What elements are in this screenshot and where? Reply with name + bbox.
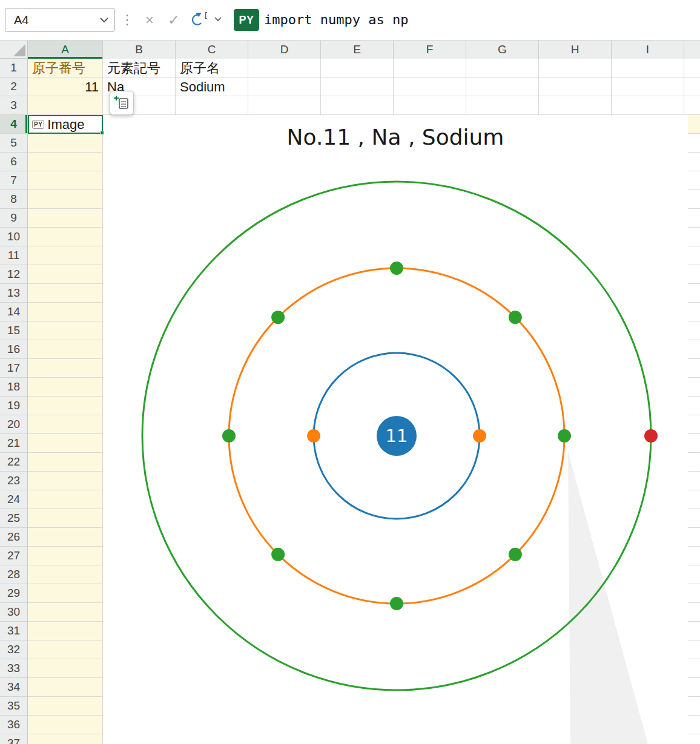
page-fold-decoration [568,452,648,744]
cell-B1[interactable]: 元素記号 [103,59,176,77]
row-header-32[interactable]: 32 [0,640,27,659]
row-header-8[interactable]: 8 [0,190,27,209]
row-header-31[interactable]: 31 [0,622,27,640]
row-header-28[interactable]: 28 [0,565,27,584]
python-image-output[interactable]: 11 No.11 , Na , Sodium [103,115,688,744]
row-header-13[interactable]: 13 [0,284,27,303]
electron-dot-L [222,429,236,443]
row-header-15[interactable]: 15 [0,321,27,340]
row-header-24[interactable]: 24 [0,490,27,509]
row-header-35[interactable]: 35 [0,697,27,716]
python-mode-badge: PY [234,9,259,31]
electron-dot-L [558,429,571,443]
row-headers: 1234567891011121314151617181920212223242… [0,59,28,744]
electron-dot-K [307,429,320,443]
row-header-30[interactable]: 30 [0,603,27,622]
row-header-21[interactable]: 21 [0,434,27,453]
col-header-H[interactable]: H [539,40,612,59]
figure-title: No.11 , Na , Sodium [103,125,688,150]
formula-input[interactable]: import numpy as np [264,11,408,29]
selected-cell-label: Image [47,117,84,133]
cancel-icon[interactable]: × [138,8,161,31]
row-header-6[interactable]: 6 [0,153,27,171]
insert-data-icon [113,94,130,111]
cell-C2[interactable]: Sodium [176,77,251,96]
electron-dot-M [644,429,658,443]
cell-C1[interactable]: 原子名 [176,59,251,77]
electron-dot-L [271,548,285,561]
row-header-16[interactable]: 16 [0,340,27,359]
col-header-E[interactable]: E [321,40,394,59]
row-header-9[interactable]: 9 [0,209,27,228]
col-header-I[interactable]: I [612,40,684,59]
col-header-stub [684,40,700,59]
row-header-26[interactable]: 26 [0,528,27,547]
col-header-F[interactable]: F [394,40,466,59]
excel-window: A4 ⋮ × ✓ [ ] PY import numpy as np ABCDE… [0,0,700,744]
row-header-17[interactable]: 17 [0,359,27,378]
row-header-25[interactable]: 25 [0,509,27,528]
row-header-27[interactable]: 27 [0,547,27,565]
python-function-icon: [ ] [189,11,212,28]
col-header-G[interactable]: G [466,40,539,59]
drag-handle-dots-icon: ⋮ [121,11,134,29]
python-object-chip: PY [32,120,44,129]
electron-dot-L [390,597,403,610]
electron-dot-L [509,311,522,324]
nucleus: 11 [377,416,417,456]
chevron-down-icon [100,18,108,23]
row-header-37[interactable]: 37 [0,734,27,744]
select-all-triangle-icon [13,44,25,56]
row-header-2[interactable]: 2 [0,77,27,96]
column-headers: ABCDEFGHI [28,40,700,59]
row-header-18[interactable]: 18 [0,378,27,397]
fill-handle[interactable] [100,131,104,135]
electron-dot-K [473,429,486,443]
column-a-highlight [28,59,103,744]
cell-A2[interactable]: 11 [28,77,103,96]
electron-dot-L [390,262,403,275]
bohr-model-diagram: 11 [103,115,688,744]
select-all-corner[interactable] [0,40,28,59]
col-header-B[interactable]: B [103,40,176,59]
row-header-36[interactable]: 36 [0,716,27,734]
row-header-33[interactable]: 33 [0,659,27,678]
row-header-10[interactable]: 10 [0,228,27,246]
electron-dot-L [271,311,285,324]
col-header-C[interactable]: C [176,40,248,59]
row-header-23[interactable]: 23 [0,472,27,490]
row-header-4[interactable]: 4 [0,115,27,134]
row-header-1[interactable]: 1 [0,59,27,77]
row-header-29[interactable]: 29 [0,584,27,603]
svg-text:[ ]: [ ] [203,11,212,20]
formula-bar: A4 ⋮ × ✓ [ ] PY import numpy as np [0,0,700,41]
chevron-down-icon [214,17,222,22]
name-box-value: A4 [14,13,100,27]
name-box[interactable]: A4 [5,8,115,32]
row-header-11[interactable]: 11 [0,246,27,265]
python-output-menu-button[interactable] [110,91,134,115]
row-header-22[interactable]: 22 [0,453,27,472]
row-header-12[interactable]: 12 [0,265,27,284]
row-header-7[interactable]: 7 [0,171,27,190]
nucleus-label: 11 [386,426,408,446]
row-header-14[interactable]: 14 [0,303,27,321]
insert-python-icon[interactable]: [ ] [189,11,222,28]
selected-cell-A4[interactable]: PY Image [28,115,103,134]
cell-A1[interactable]: 原子番号 [28,59,103,77]
row-header-34[interactable]: 34 [0,678,27,697]
row-header-20[interactable]: 20 [0,415,27,434]
col-header-A[interactable]: A [28,40,103,59]
confirm-icon[interactable]: ✓ [162,8,185,31]
row-header-3[interactable]: 3 [0,96,27,115]
row-header-5[interactable]: 5 [0,134,27,153]
col-header-D[interactable]: D [248,40,321,59]
electron-dot-L [509,548,522,561]
row-header-19[interactable]: 19 [0,397,27,415]
